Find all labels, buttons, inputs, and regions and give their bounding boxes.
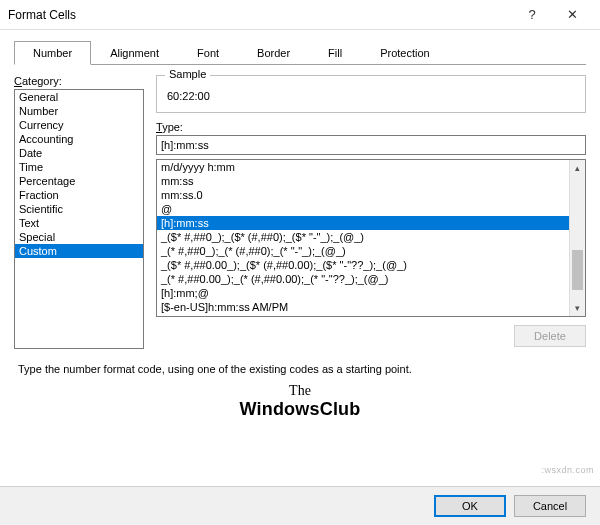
tab-alignment[interactable]: Alignment [91, 41, 178, 65]
delete-button: Delete [514, 325, 586, 347]
titlebar: Format Cells ? ✕ [0, 0, 600, 30]
delete-row: Delete [156, 317, 586, 353]
list-item[interactable]: General [15, 90, 143, 104]
dialog-buttons: OK Cancel [0, 486, 600, 525]
list-item[interactable]: [$-en-US]h:mm:ss AM/PM [157, 300, 569, 314]
tab-number[interactable]: Number [14, 41, 91, 65]
list-item[interactable]: Special [15, 230, 143, 244]
logo-line2: WindowsClub [0, 399, 600, 420]
list-item[interactable]: _($* #,##0.00_);_($* (#,##0.00);_($* "-"… [157, 258, 569, 272]
tab-border[interactable]: Border [238, 41, 309, 65]
category-listbox[interactable]: General Number Currency Accounting Date … [14, 89, 144, 349]
hint-text: Type the number format code, using one o… [0, 359, 600, 383]
category-label: Category: [14, 75, 144, 87]
cancel-button[interactable]: Cancel [514, 495, 586, 517]
scroll-up-icon[interactable]: ▴ [570, 160, 585, 176]
close-icon[interactable]: ✕ [552, 7, 592, 22]
list-item[interactable]: m/d/yyyy h:mm [157, 160, 569, 174]
list-item[interactable]: [h]:mm;@ [157, 286, 569, 300]
scroll-down-icon[interactable]: ▾ [570, 300, 585, 316]
list-item[interactable]: mm:ss [157, 174, 569, 188]
dialog-body: Category: General Number Currency Accoun… [0, 65, 600, 359]
type-label: Type: [156, 121, 586, 133]
sample-group: Sample 60:22:00 [156, 75, 586, 113]
scroll-thumb[interactable] [572, 250, 583, 290]
list-item[interactable]: Accounting [15, 132, 143, 146]
list-item[interactable]: mm:ss.0 [157, 188, 569, 202]
list-item[interactable]: [h]:mm:ss [157, 216, 569, 230]
type-list-inner: m/d/yyyy h:mm mm:ss mm:ss.0 @ [h]:mm:ss … [157, 160, 569, 316]
category-panel: Category: General Number Currency Accoun… [14, 75, 144, 353]
list-item[interactable]: Date [15, 146, 143, 160]
scrollbar[interactable]: ▴ ▾ [569, 160, 585, 316]
help-icon[interactable]: ? [512, 7, 552, 22]
list-item[interactable]: Percentage [15, 174, 143, 188]
list-item[interactable]: Custom [15, 244, 143, 258]
list-item[interactable]: Scientific [15, 202, 143, 216]
list-item[interactable]: @ [157, 202, 569, 216]
list-item[interactable]: _(* #,##0_);_(* (#,##0);_(* "-"_);_(@_) [157, 244, 569, 258]
ok-button[interactable]: OK [434, 495, 506, 517]
sample-value: 60:22:00 [167, 90, 575, 102]
window-title: Format Cells [8, 8, 512, 22]
list-item[interactable]: Text [15, 216, 143, 230]
logo-line1: The [0, 383, 600, 399]
sample-label: Sample [165, 68, 210, 80]
type-listbox[interactable]: m/d/yyyy h:mm mm:ss mm:ss.0 @ [h]:mm:ss … [156, 159, 586, 317]
format-panel: Sample 60:22:00 Type: m/d/yyyy h:mm mm:s… [156, 75, 586, 353]
tab-protection[interactable]: Protection [361, 41, 449, 65]
list-item[interactable]: _($* #,##0_);_($* (#,##0);_($* "-"_);_(@… [157, 230, 569, 244]
tab-strip: Number Alignment Font Border Fill Protec… [14, 40, 586, 65]
type-input[interactable] [156, 135, 586, 155]
list-item[interactable]: Currency [15, 118, 143, 132]
tab-font[interactable]: Font [178, 41, 238, 65]
watermark: :wsxdn.com [541, 465, 594, 475]
tab-fill[interactable]: Fill [309, 41, 361, 65]
list-item[interactable]: Fraction [15, 188, 143, 202]
logo: The WindowsClub [0, 383, 600, 426]
list-item[interactable]: Number [15, 104, 143, 118]
list-item[interactable]: Time [15, 160, 143, 174]
list-item[interactable]: _(* #,##0.00_);_(* (#,##0.00);_(* "-"??_… [157, 272, 569, 286]
